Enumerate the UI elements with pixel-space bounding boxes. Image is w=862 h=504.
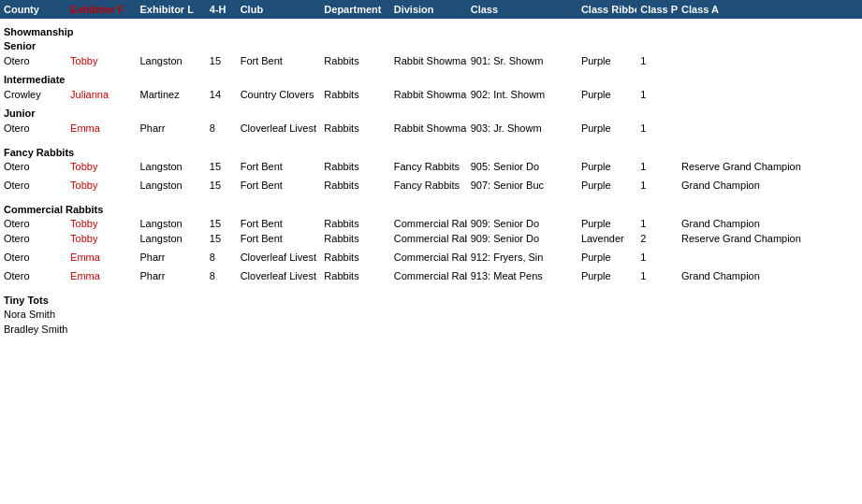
cell-dept: Rabbits xyxy=(320,216,389,231)
table-row: OteroEmmaPharr8Cloverleaf LivestRabbitsC… xyxy=(0,268,862,283)
cell-classa: Reserve Grand Champion xyxy=(678,231,862,246)
cell-first: Tobby xyxy=(66,159,136,174)
cell-classp: 1 xyxy=(636,216,678,231)
cell-ribbon: Lavender xyxy=(577,231,636,246)
section-header-label: Tiny Tots xyxy=(0,287,862,307)
cell-class: 901: Sr. Showm xyxy=(467,53,577,68)
cell-dept: Rabbits xyxy=(320,87,389,102)
cell-club: Cloverleaf Livest xyxy=(237,250,321,265)
cell-club: Fort Bent xyxy=(237,178,321,193)
cell-classp: 1 xyxy=(636,53,678,68)
cell-classp: 1 xyxy=(636,159,678,174)
sub-header: Junior xyxy=(0,106,862,121)
cell-classa: Grand Champion xyxy=(678,178,862,193)
cell-classa xyxy=(678,121,862,136)
cell-div: Rabbit Showma xyxy=(390,121,467,136)
header-last: Exhibitor L xyxy=(136,0,205,19)
cell-last: Pharr xyxy=(136,121,205,136)
cell-ribbon: Purple xyxy=(577,268,636,283)
cell-last: Langston xyxy=(136,159,205,174)
table-row: OteroTobbyLangston15Fort BentRabbitsRabb… xyxy=(0,53,862,68)
cell-class: 913: Meat Pens xyxy=(467,268,577,283)
cell-classp: 2 xyxy=(636,231,678,246)
table-row: OteroTobbyLangston15Fort BentRabbitsFanc… xyxy=(0,178,862,193)
cell-div: Commercial Rab xyxy=(390,250,467,265)
cell-last: Langston xyxy=(136,231,205,246)
cell-classp: 1 xyxy=(636,268,678,283)
header-class: Class xyxy=(467,0,577,19)
section-header: Showmanship xyxy=(0,19,862,38)
cell-4h: 15 xyxy=(206,231,237,246)
header-county: County xyxy=(0,0,66,19)
cell-classp: 1 xyxy=(636,87,678,102)
cell-div: Commercial Rab xyxy=(390,216,467,231)
cell-first: Emma xyxy=(66,121,136,136)
cell-dept: Rabbits xyxy=(320,159,389,174)
name-only-label: Bradley Smith xyxy=(0,322,862,337)
cell-dept: Rabbits xyxy=(320,268,389,283)
cell-last: Langston xyxy=(136,216,205,231)
cell-div: Fancy Rabbits xyxy=(390,178,467,193)
cell-first: Tobby xyxy=(66,231,136,246)
cell-ribbon: Purple xyxy=(577,250,636,265)
name-only-row: Bradley Smith xyxy=(0,322,862,337)
cell-div: Rabbit Showma xyxy=(390,53,467,68)
header-dept: Department xyxy=(320,0,389,19)
cell-first: Tobby xyxy=(66,53,136,68)
cell-ribbon: Purple xyxy=(577,87,636,102)
header-club: Club xyxy=(237,0,321,19)
sub-header-label: Senior xyxy=(0,38,862,53)
header-div: Division xyxy=(390,0,467,19)
sub-header: Senior xyxy=(0,38,862,53)
sub-header-label: Junior xyxy=(0,106,862,121)
cell-classa xyxy=(678,87,862,102)
cell-div: Commercial Rab xyxy=(390,268,467,283)
cell-ribbon: Purple xyxy=(577,216,636,231)
table-body: ShowmanshipSeniorOteroTobbyLangston15For… xyxy=(0,19,862,337)
section-header-label: Showmanship xyxy=(0,19,862,38)
cell-classp: 1 xyxy=(636,121,678,136)
section-header-label: Commercial Rabbits xyxy=(0,196,862,216)
section-header: Tiny Tots xyxy=(0,287,862,307)
cell-classp: 1 xyxy=(636,178,678,193)
header-classa: Class A xyxy=(678,0,862,19)
cell-class: 903: Jr. Showm xyxy=(467,121,577,136)
table-row: OteroEmmaPharr8Cloverleaf LivestRabbitsR… xyxy=(0,121,862,136)
cell-ribbon: Purple xyxy=(577,53,636,68)
cell-4h: 8 xyxy=(206,250,237,265)
cell-county: Otero xyxy=(0,53,66,68)
cell-club: Fort Bent xyxy=(237,159,321,174)
cell-club: Fort Bent xyxy=(237,231,321,246)
section-header-label: Fancy Rabbits xyxy=(0,139,862,159)
section-header: Commercial Rabbits xyxy=(0,196,862,216)
header-first: Exhibitor F xyxy=(66,0,136,19)
cell-4h: 15 xyxy=(206,53,237,68)
sub-header: Intermediate xyxy=(0,72,862,87)
cell-classp: 1 xyxy=(636,250,678,265)
cell-dept: Rabbits xyxy=(320,53,389,68)
table-row: CrowleyJuliannaMartinez14Country Clovers… xyxy=(0,87,862,102)
cell-club: Fort Bent xyxy=(237,216,321,231)
cell-class: 902: Int. Showm xyxy=(467,87,577,102)
cell-class: 912: Fryers, Sin xyxy=(467,250,577,265)
cell-last: Langston xyxy=(136,53,205,68)
cell-4h: 15 xyxy=(206,216,237,231)
cell-4h: 15 xyxy=(206,178,237,193)
cell-county: Otero xyxy=(0,216,66,231)
table-row: OteroTobbyLangston15Fort BentRabbitsComm… xyxy=(0,216,862,231)
cell-class: 909: Senior Do xyxy=(467,216,577,231)
cell-4h: 14 xyxy=(206,87,237,102)
cell-dept: Rabbits xyxy=(320,121,389,136)
cell-first: Julianna xyxy=(66,87,136,102)
name-only-label: Nora Smith xyxy=(0,307,862,322)
cell-classa: Grand Champion xyxy=(678,268,862,283)
cell-classa: Reserve Grand Champion xyxy=(678,159,862,174)
cell-first: Emma xyxy=(66,250,136,265)
cell-ribbon: Purple xyxy=(577,121,636,136)
cell-div: Commercial Rab xyxy=(390,231,467,246)
cell-classa xyxy=(678,250,862,265)
header-classp: Class P xyxy=(636,0,678,19)
cell-dept: Rabbits xyxy=(320,178,389,193)
cell-first: Tobby xyxy=(66,216,136,231)
cell-county: Otero xyxy=(0,268,66,283)
